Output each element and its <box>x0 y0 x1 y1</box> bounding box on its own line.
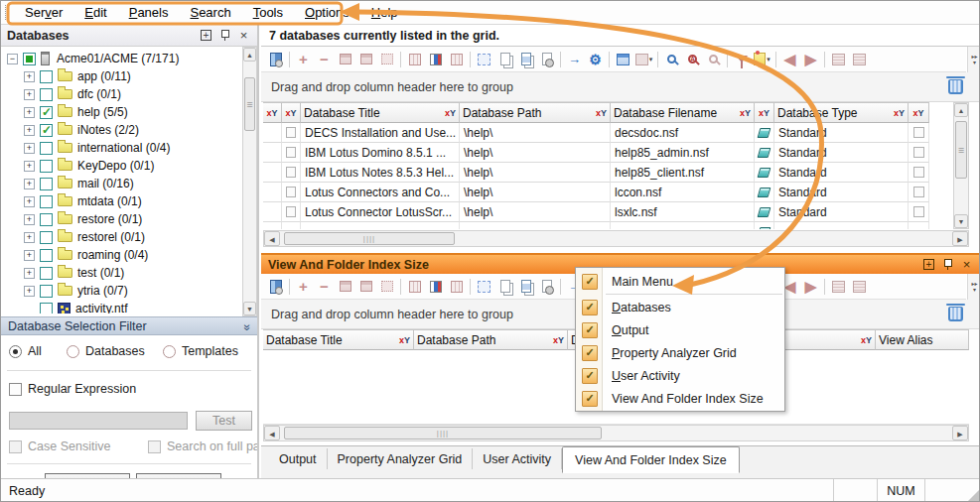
cell-checkbox[interactable] <box>282 123 301 143</box>
copy-icon[interactable] <box>494 277 515 297</box>
copy-special-icon[interactable] <box>515 277 536 297</box>
select-in-grid-icon[interactable] <box>376 50 397 69</box>
filter-section-header[interactable]: Database Selection Filter » <box>1 316 257 335</box>
cell-checkbox[interactable] <box>282 143 301 163</box>
row-checkbox[interactable] <box>913 206 924 217</box>
expand-icon[interactable]: + <box>24 107 35 118</box>
column-header-view-alias[interactable]: View Alias <box>876 329 969 350</box>
cell-checkbox[interactable] <box>909 143 929 163</box>
tree-item-restorel[interactable]: +restorel (0/1) <box>1 228 242 246</box>
import-grid-icon[interactable] <box>355 50 376 69</box>
color-columns-icon[interactable] <box>425 50 446 69</box>
scrollbar-thumb[interactable]: ☰ <box>955 121 967 179</box>
row-checkbox[interactable] <box>913 187 924 197</box>
regex-pattern-input[interactable] <box>9 412 188 430</box>
close-panel-icon[interactable]: × <box>236 29 251 43</box>
tab-user-activity[interactable]: User Activity <box>473 448 562 469</box>
table-row[interactable]: DECS Installation and Use...\help\decsdo… <box>263 123 929 143</box>
column-filter-icon[interactable]: xY <box>894 108 905 118</box>
expand-icon[interactable]: + <box>24 143 35 154</box>
expand-icon[interactable]: + <box>24 89 35 100</box>
close-panel-icon[interactable]: × <box>959 258 974 272</box>
checked-checkbox-icon[interactable]: ✓ <box>582 368 598 384</box>
column-filter-icon[interactable]: xY <box>912 108 923 118</box>
expand-icon[interactable]: + <box>24 286 35 297</box>
grid-settings-icon[interactable] <box>828 277 849 297</box>
copy-options-icon[interactable] <box>536 50 557 69</box>
column-filter-icon[interactable]: xY <box>445 108 456 118</box>
checked-checkbox-icon[interactable]: ✓ <box>582 345 598 361</box>
menu-edit[interactable]: Edit <box>73 3 117 22</box>
export-grid-icon[interactable] <box>335 277 355 297</box>
test-button[interactable]: Test <box>196 411 252 431</box>
tree-checkbox[interactable] <box>23 53 36 65</box>
column-header-database-filename[interactable]: Database FilenamexY <box>611 102 755 123</box>
maximize-panel-icon[interactable]: + <box>921 258 936 272</box>
filter-column-header[interactable]: xY <box>263 102 282 123</box>
expand-icon[interactable]: + <box>24 71 35 82</box>
tree-item-keydepo[interactable]: +KeyDepo (0/1) <box>1 157 242 175</box>
tree-checkbox[interactable] <box>40 178 53 190</box>
expand-icon[interactable]: + <box>24 179 35 189</box>
context-menu-item-user-activity[interactable]: ✓User Activity <box>576 364 784 387</box>
zoom-in-icon[interactable] <box>661 50 682 69</box>
checked-checkbox-icon[interactable]: ✓ <box>582 391 598 407</box>
hide-column-icon[interactable] <box>446 277 467 297</box>
tree-item-roaming[interactable]: +roaming (0/4) <box>1 246 242 264</box>
expand-icon[interactable]: + <box>24 232 35 243</box>
row-checkbox[interactable] <box>286 167 296 178</box>
scroll-left-icon[interactable]: ◀ <box>264 231 280 246</box>
row-checkbox[interactable] <box>286 147 296 158</box>
column-filter-icon[interactable]: xY <box>759 108 770 118</box>
tree-item-international[interactable]: +international (0/4) <box>1 139 242 157</box>
tab-property-analyzer-grid[interactable]: Property Analyzer Grid <box>328 448 474 469</box>
row-checkbox[interactable] <box>913 167 924 178</box>
fullpath-row[interactable]: Search on full pa <box>148 439 257 453</box>
expand-icon[interactable]: + <box>24 250 35 261</box>
maximize-panel-icon[interactable]: + <box>199 29 213 43</box>
copy-options-icon[interactable] <box>536 277 557 297</box>
column-filter-icon[interactable]: xY <box>596 108 607 118</box>
cell-checkbox[interactable] <box>282 183 301 202</box>
collapse-chevron-icon[interactable]: » <box>241 323 255 328</box>
scroll-right-icon[interactable]: ▶ <box>952 231 968 246</box>
hide-column-icon[interactable] <box>446 50 467 69</box>
column-header-database-type[interactable]: Database TypexY <box>774 102 909 123</box>
copy-icon[interactable] <box>494 50 515 69</box>
filter-column-header[interactable]: xY <box>755 102 774 123</box>
row-checkbox[interactable] <box>286 187 296 197</box>
tree-scrollbar[interactable]: ▲ ☰ ▼ <box>242 47 257 316</box>
flag-grid-options-icon[interactable]: ▾ <box>633 50 654 69</box>
expand-icon[interactable]: + <box>24 161 35 172</box>
expand-icon[interactable]: + <box>24 214 35 225</box>
remove-row-icon[interactable]: − <box>314 50 335 69</box>
resize-grip[interactable] <box>968 490 979 501</box>
scroll-up-icon[interactable]: ▲ <box>954 103 968 117</box>
dropdown-arrow-icon[interactable]: ▾ <box>649 56 653 63</box>
automation-gears-icon[interactable]: ⚙ <box>585 50 606 69</box>
column-filter-icon[interactable]: xY <box>740 108 751 118</box>
export-icon[interactable]: → <box>564 50 585 69</box>
checked-checkbox-icon[interactable]: ✓ <box>582 274 598 290</box>
tree-item-help[interactable]: +help (5/5) <box>1 103 242 121</box>
regex-checkbox[interactable] <box>9 383 22 396</box>
context-menu-item-view-and-folder-index-size[interactable]: ✓View And Folder Index Size <box>576 387 784 410</box>
tree-item-activity-ntf[interactable]: activity.ntf <box>1 300 242 314</box>
selection-icon[interactable] <box>474 277 494 297</box>
scrollbar-thumb[interactable]: ☰ <box>244 77 255 131</box>
radio-databases[interactable]: Databases <box>67 344 145 358</box>
context-menu-item-output[interactable]: ✓Output <box>576 318 784 341</box>
radio-all[interactable]: All <box>9 344 42 358</box>
column-filter-icon[interactable]: xY <box>285 108 296 118</box>
add-row-icon[interactable]: + <box>293 50 314 69</box>
trash-icon[interactable] <box>948 79 963 94</box>
toolbar-overflow-icon[interactable]: ▸▸▾ <box>967 47 980 72</box>
menu-server[interactable]: Server <box>14 3 73 22</box>
grid-hscrollbar[interactable]: ◀ |||| ▶ <box>263 425 969 441</box>
trash-icon[interactable] <box>948 307 963 321</box>
tree-checkbox[interactable] <box>40 70 53 83</box>
menu-tools[interactable]: Tools <box>242 3 294 22</box>
collapse-columns-icon[interactable]: ◀ <box>779 50 800 69</box>
tree-item-app[interactable]: +app (0/11) <box>1 67 242 85</box>
dropdown-arrow-icon[interactable]: ▾ <box>767 56 770 63</box>
